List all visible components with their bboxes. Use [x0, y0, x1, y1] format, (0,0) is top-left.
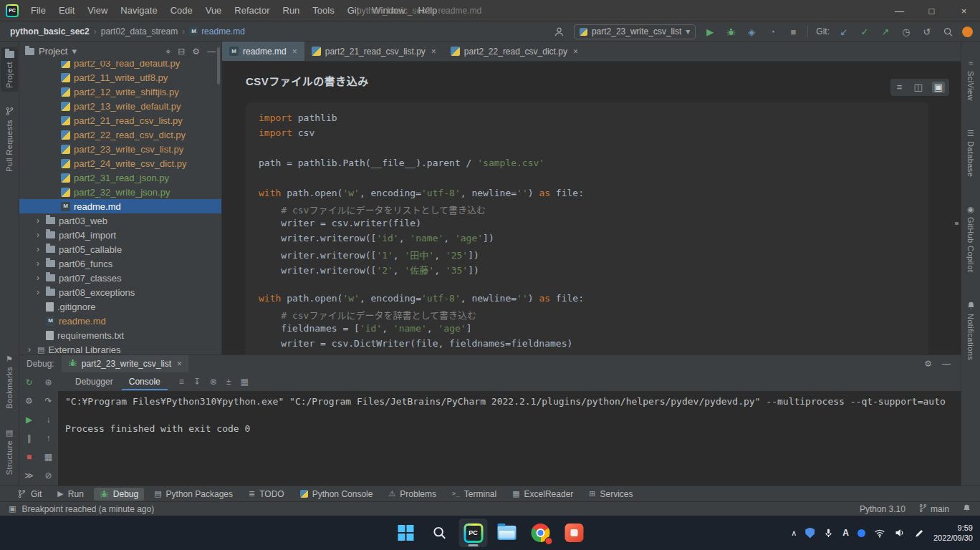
minimize-button[interactable]: — — [883, 0, 916, 21]
menu-vue[interactable]: Vue — [199, 0, 229, 21]
close-icon[interactable]: × — [431, 47, 436, 57]
coverage-button[interactable]: ◈ — [745, 25, 758, 38]
menu-run[interactable]: Run — [277, 0, 307, 21]
git-commit-button[interactable]: ✓ — [858, 25, 871, 38]
clear-console-icon[interactable]: ⊗ — [210, 377, 217, 387]
run-button[interactable]: ▶ — [703, 25, 716, 38]
maximize-button[interactable]: □ — [916, 0, 948, 21]
toolwindow-button-python-console[interactable]: Python Console — [294, 488, 379, 501]
tree-item-requirements-txt[interactable]: requirements.txt — [19, 328, 221, 342]
toolwindow-stripe-database[interactable]: ☰Database — [962, 126, 979, 180]
tree-item-part2-32-write-json-py[interactable]: part2_32_write_json.py — [19, 185, 221, 199]
toolwindow-stripe-project[interactable]: Project — [1, 47, 18, 92]
tree-item-part2-24-write-csv-dict-py[interactable]: part2_24_write_csv_dict.py — [19, 156, 221, 170]
step-out-icon[interactable]: ↑ — [47, 434, 51, 443]
breadcrumb-item[interactable]: Mreadme.md — [188, 26, 246, 37]
select-opened-file-icon[interactable]: ⌖ — [165, 47, 170, 57]
menu-navigate[interactable]: Navigate — [114, 0, 163, 21]
tree-item-part03-web[interactable]: ›part03_web — [19, 213, 221, 228]
toolwindow-button-git[interactable]: Git — [11, 488, 47, 501]
python-interpreter-widget[interactable]: Python 3.10 — [860, 504, 905, 514]
tree-item-part2-03-read-default-py[interactable]: part2_03_read_default.py — [19, 61, 221, 70]
menu-file[interactable]: File — [24, 0, 52, 21]
toolwindow-button-debug[interactable]: Debug — [94, 488, 144, 501]
toolwindow-stripe-structure[interactable]: ▤Structure — [1, 425, 18, 478]
markdown-preview[interactable]: CSVファイルの書き込み import pathlibimport csv pa… — [222, 62, 961, 354]
toolwindow-button-terminal[interactable]: >_Terminal — [446, 488, 502, 501]
taskbar-pycharm-button[interactable]: PC — [459, 518, 488, 547]
tree-item-part2-12-write-shiftjis-py[interactable]: part2_12_write_shiftjis.py — [19, 85, 221, 99]
soft-wrap-icon[interactable]: ≡ — [179, 377, 184, 387]
close-icon[interactable]: × — [573, 47, 578, 57]
tree-item-part2-31-read-json-py[interactable]: part2_31_read_json.py — [19, 170, 221, 185]
editor-tab-readme-md[interactable]: Mreadme.md× — [222, 42, 304, 61]
debug-console-output[interactable]: "C:¥Program Files¥Python310¥python.exe" … — [58, 391, 961, 486]
show-preview-only-icon[interactable]: ▣ — [932, 82, 945, 93]
tree-item-external-libraries[interactable]: ›▤External Libraries — [19, 342, 221, 354]
toolwindow-stripe-sciview[interactable]: ≈SciView — [962, 56, 979, 105]
taskbar-search-button[interactable] — [426, 518, 454, 547]
tree-item-part2-22-read-csv-dict-py[interactable]: part2_22_read_csv_dict.py — [19, 127, 221, 142]
debug-tab-console[interactable]: Console — [122, 373, 168, 390]
tray-app-icon[interactable] — [805, 528, 815, 539]
microphone-icon[interactable] — [823, 528, 834, 539]
tree-item-part04-import[interactable]: ›part04_import — [19, 228, 221, 242]
taskbar-explorer-button[interactable] — [493, 518, 522, 547]
tree-item-readme-md[interactable]: Mreadme.md — [19, 314, 221, 328]
toolwindow-stripe-bookmarks[interactable]: ⚑Bookmarks — [1, 352, 18, 412]
menu-view[interactable]: View — [81, 0, 114, 21]
git-update-button[interactable]: ↙ — [837, 25, 850, 38]
scroll-to-end-icon[interactable]: ↧ — [193, 377, 201, 387]
menu-code[interactable]: Code — [164, 0, 199, 21]
tree-item-part08-exceptions[interactable]: ›part08_exceptions — [19, 285, 221, 299]
tree-item-part2-11-write-utf8-py[interactable]: part2_11_write_utf8.py — [19, 70, 221, 85]
tree-item-part2-23-write-csv-list-py[interactable]: part2_23_write_csv_list.py — [19, 142, 221, 156]
show-variables-icon[interactable]: ± — [226, 377, 231, 387]
menu-tools[interactable]: Tools — [306, 0, 340, 21]
show-execution-point-icon[interactable]: ⊛ — [44, 378, 52, 387]
more-actions-icon[interactable]: ≫ — [24, 471, 34, 481]
stop-button[interactable]: ■ — [787, 25, 799, 38]
menu-edit[interactable]: Edit — [52, 0, 81, 21]
taskbar-chrome-button[interactable] — [527, 518, 555, 547]
git-history-button[interactable]: ◷ — [900, 25, 913, 38]
scrollbar-thumb[interactable] — [217, 47, 220, 85]
code-with-me-users-icon[interactable] — [553, 25, 566, 38]
taskbar-clock[interactable]: 9:59 2022/09/30 — [933, 523, 973, 543]
breadcrumb-item[interactable]: part02_data_stream — [100, 26, 179, 37]
toolwindow-stripe-notifications[interactable]: Notifications — [962, 297, 979, 364]
show-editor-only-icon[interactable]: ≡ — [895, 82, 905, 93]
tree-item-part2-21-read-csv-list-py[interactable]: part2_21_read_csv_list.py — [19, 113, 221, 127]
editor-tab-part2-22-read-csv-dict-py[interactable]: part2_22_read_csv_dict.py× — [443, 42, 585, 61]
toolwindow-stripe-github-copilot[interactable]: ◉GitHub Copilot — [962, 202, 979, 276]
editor-tab-part2-21-read-csv-list-py[interactable]: part2_21_read_csv_list.py× — [304, 42, 443, 61]
git-push-button[interactable]: ↗ — [879, 25, 892, 38]
debug-button[interactable] — [724, 25, 737, 38]
close-icon[interactable]: × — [292, 47, 297, 57]
breadcrumb-item[interactable]: python_basic_sec2 — [9, 26, 91, 37]
toolwindow-button-excelreader[interactable]: ▦ExcelReader — [506, 488, 579, 501]
console-settings-icon[interactable]: ▦ — [240, 377, 248, 387]
hide-toolwindow-icon[interactable]: — — [942, 359, 951, 369]
hidden-icons-chevron[interactable]: ∧ — [791, 529, 797, 538]
pen-icon[interactable] — [914, 528, 925, 539]
settings-gear-icon[interactable]: ⚙ — [924, 359, 932, 369]
rerun-debugger-icon[interactable]: ↻ — [25, 378, 32, 387]
wifi-icon[interactable] — [874, 527, 885, 539]
toolwindow-button-run[interactable]: ▶Run — [52, 488, 89, 501]
git-branch-widget[interactable]: main — [918, 503, 949, 515]
start-button[interactable] — [392, 518, 421, 547]
toolwindow-switcher-icon[interactable]: ▣ — [9, 504, 16, 513]
chevron-down-icon[interactable]: ▾ — [72, 46, 77, 57]
collapse-all-icon[interactable]: ⊟ — [178, 47, 185, 57]
menu-refactor[interactable]: Refactor — [228, 0, 276, 21]
debug-session-tab[interactable]: part2_23_write_csv_list × — [62, 355, 188, 372]
tree-item-part05-callable[interactable]: ›part05_callable — [19, 242, 221, 256]
tree-item-readme-md[interactable]: Mreadme.md — [19, 199, 221, 213]
search-everywhere-icon[interactable] — [941, 25, 954, 38]
git-rollback-button[interactable]: ↺ — [921, 25, 933, 38]
profiler-button[interactable]: ◔ — [766, 25, 779, 38]
close-button[interactable]: × — [948, 0, 980, 21]
taskbar-app-button[interactable] — [560, 518, 589, 547]
toolwindow-button-python-packages[interactable]: ▤Python Packages — [148, 488, 239, 501]
